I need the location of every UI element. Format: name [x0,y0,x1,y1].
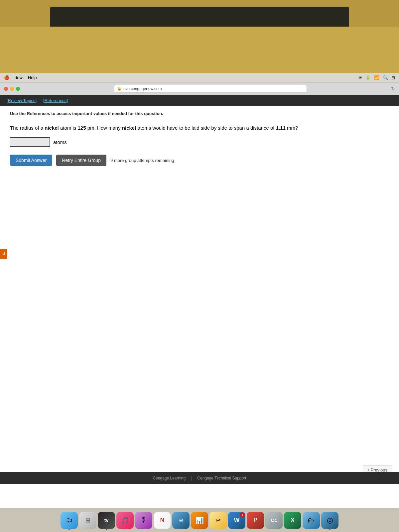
menu-apple[interactable]: 🍎 [4,75,9,80]
cc-icon: Cc [271,518,277,523]
dock-item-news[interactable]: N [154,512,171,529]
content-area: Use the References to access important v… [0,106,399,272]
appletv-icon: tv [104,518,108,523]
control-center-icon[interactable]: ⊞ [391,75,395,80]
battery-icon: 🔋 [365,75,371,80]
safari-dot [329,529,331,530]
nickel-2: nickel [122,125,136,131]
folder-icon: 🗁 [308,516,315,524]
retry-entire-group-button[interactable]: Retry Entire Group [56,155,106,166]
references-link[interactable]: [References] [43,98,68,103]
answer-row: atoms [10,137,389,147]
word-icon: W [234,517,240,524]
browser-nav: [Review Topics] [References] [0,95,399,106]
launchpad-icon: ⊞ [85,517,90,524]
excel-icon: X [291,517,295,524]
dock-item-appletv[interactable]: tv [98,512,115,529]
side-tab-letter: d [2,251,5,256]
appletv-dot [106,529,107,530]
footer-separator: | [191,476,192,480]
review-topics-link[interactable]: [Review Topics] [7,98,37,103]
button-row: Submit Answer Retry Entire Group 9 more … [10,155,389,166]
dock-item-podcasts[interactable]: 🎙 [135,512,152,529]
dock-item-safari[interactable]: ◎ [321,512,338,529]
address-bar[interactable]: 🔒 cvg.cengagenow.com [114,85,307,93]
browser-footer: Cengage Learning | Cengage Technical Sup… [0,472,399,484]
url-text: cvg.cengagenow.com [123,86,162,91]
atoms-label: atoms [53,139,67,145]
attempts-text: 9 more group attempts remaining [110,158,174,163]
references-note: Use the References to access important v… [10,111,389,116]
word-badge: 1 [240,512,245,517]
dock-item-powerpoint[interactable]: P [247,512,264,529]
browser-chrome: 🔒 cvg.cengagenow.com ↻ [0,82,399,95]
dock-item-translate[interactable]: ⊕ [172,512,190,529]
music-icon: 🎵 [121,516,129,524]
news-icon: N [160,517,165,524]
value-125: 125 [77,125,86,131]
dock-item-music[interactable]: 🎵 [116,512,134,529]
value-111: 1.11 [276,125,286,131]
chevron-left-icon: ‹ [368,467,369,472]
menu-bar: 🍎 dow Help ✳ 🔋 📶 🔍 ⊞ [0,73,399,82]
question-container: The radius of a nickel atom is 125 pm. H… [10,124,389,147]
menu-dow[interactable]: dow [15,75,23,80]
answer-input[interactable] [10,137,50,147]
dock-item-finder[interactable]: 🗂 [61,512,78,529]
finder-icon: 🗂 [66,516,72,524]
maximize-button[interactable] [16,87,20,91]
wifi-icon: 📶 [374,75,379,80]
charts-icon: 📊 [196,516,204,524]
dock: 🗂 ⊞ tv 🎵 🎙 N ⊕ 📊 ✂ W 1 P Cc X 🗁 ◎ [0,508,399,532]
translate-icon: ⊕ [179,517,183,523]
previous-label: Previous [370,467,387,472]
side-tab[interactable]: d [0,249,7,259]
footer-technical-support[interactable]: Cengage Technical Support [197,476,246,480]
nickel-1: nickel [45,125,59,131]
podcasts-icon: 🎙 [140,516,147,524]
references-note-bold: Use the References to access important v… [10,111,163,116]
safari-icon: ◎ [327,516,333,525]
powerpoint-icon: P [253,517,257,524]
finder-dot [68,529,70,530]
lock-icon: 🔒 [117,86,122,91]
close-button[interactable] [4,87,8,91]
dock-item-launchpad[interactable]: ⊞ [79,512,96,529]
menu-help[interactable]: Help [28,75,37,80]
dock-item-folder[interactable]: 🗁 [303,512,320,529]
dock-item-cc[interactable]: Cc [265,512,283,529]
question-text: The radius of a nickel atom is 125 pm. H… [10,124,370,132]
bluetooth-icon: ✳ [358,75,362,80]
notes-icon: ✂ [216,517,221,524]
dock-item-word[interactable]: W 1 [228,512,245,529]
dock-item-excel[interactable]: X [284,512,301,529]
submit-answer-button[interactable]: Submit Answer [10,155,52,166]
desktop-background [0,0,399,73]
footer-cengage-learning[interactable]: Cengage Learning [153,476,186,480]
dock-item-charts[interactable]: 📊 [191,512,208,529]
search-icon[interactable]: 🔍 [383,75,388,80]
dock-item-notes[interactable]: ✂ [209,512,227,529]
refresh-icon[interactable]: ↻ [391,86,395,91]
browser-window: 🔒 cvg.cengagenow.com ↻ [Review Topics] [… [0,82,399,508]
minimize-button[interactable] [10,87,14,91]
